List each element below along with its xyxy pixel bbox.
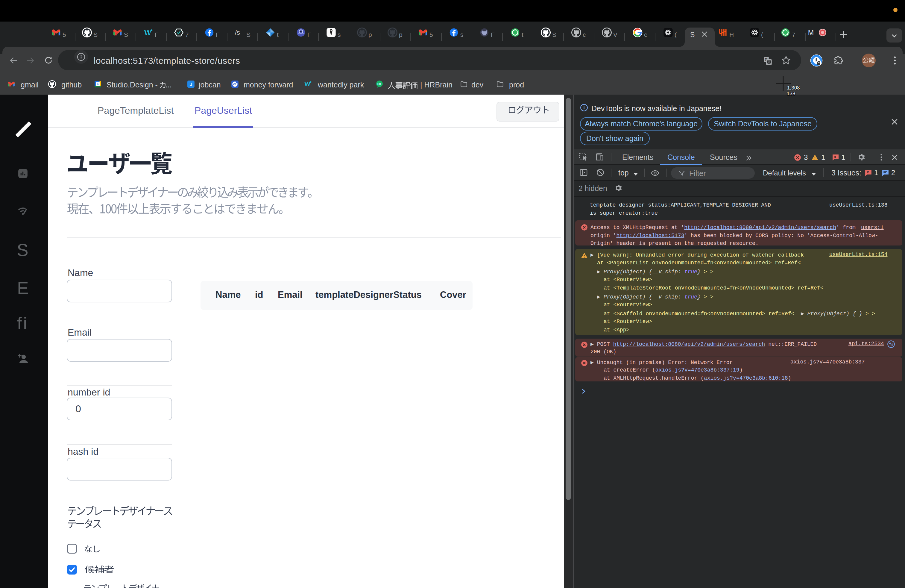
svg-text:M: M: [808, 29, 814, 37]
svg-text:5: 5: [97, 83, 99, 86]
svg-text:J: J: [190, 82, 192, 87]
svg-text:HR: HR: [377, 83, 381, 86]
